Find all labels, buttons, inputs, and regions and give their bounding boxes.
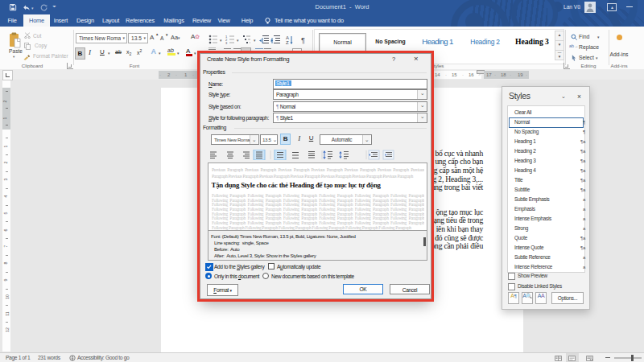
svg-text:▾: ▾ (220, 38, 222, 43)
svg-text:Z: Z (286, 40, 289, 44)
svg-text:▾: ▾ (254, 38, 256, 43)
svg-text:3: 3 (225, 41, 228, 44)
svg-text:▾: ▾ (237, 38, 239, 43)
svg-text:¶: ¶ (301, 36, 305, 44)
